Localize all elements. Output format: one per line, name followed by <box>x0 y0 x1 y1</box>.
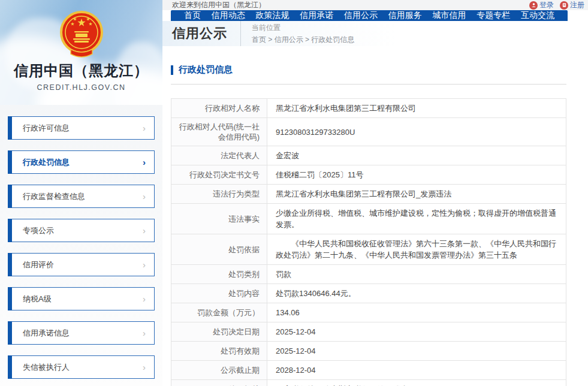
row-value: 国家税务总局佳木斯市税务局第二稽查局 <box>267 380 566 386</box>
right-column: 欢迎来到信用中国（黑龙江） 登录 注册 首页信用动态政策法规信用承诺信用公示信用… <box>162 0 588 386</box>
left-column: 信用中国（黑龙江） CREDIT.HLJ.GOV.CN 行政许可信息›行政处罚信… <box>0 0 162 386</box>
chevron-right-icon: › <box>143 191 146 201</box>
chevron-right-icon: › <box>143 260 146 270</box>
sidebar-item-label: 信用承诺信息 <box>23 328 143 339</box>
row-label: 法定代表人 <box>171 146 267 165</box>
row-value: 佳税稽二罚〔2025〕11号 <box>267 165 566 184</box>
register-label: 注册 <box>570 0 584 10</box>
register-link[interactable]: 注册 <box>560 0 584 10</box>
nav-item-2[interactable]: 信用动态 <box>212 10 245 21</box>
nav-item-1[interactable]: 首页 <box>184 10 201 21</box>
section-header: 行政处罚信息 <box>171 64 588 76</box>
penalty-info-table: 行政相对人名称黑龙江省水利水电集团第三工程有限公司行政相对人代码(统一社会信用代… <box>171 98 566 386</box>
breadcrumb-current-label: 当前位置 <box>252 23 281 32</box>
topbar: 欢迎来到信用中国（黑龙江） 登录 注册 <box>162 0 588 10</box>
nav-item-3[interactable]: 政策法规 <box>256 10 290 21</box>
row-label: 处罚决定日期 <box>171 322 267 341</box>
welcome-text: 欢迎来到信用中国（黑龙江） <box>172 0 529 10</box>
sidebar-item-1[interactable]: 行政许可信息› <box>8 116 155 140</box>
page: 信用中国（黑龙江） CREDIT.HLJ.GOV.CN 行政许可信息›行政处罚信… <box>0 0 588 386</box>
brand-header: 信用中国（黑龙江） CREDIT.HLJ.GOV.CN <box>0 0 162 105</box>
row-value: 黑龙江省水利水电集团第三工程有限公司_发票违法 <box>267 185 566 203</box>
row-value: 2025-12-04 <box>267 322 566 341</box>
sidebar-item-accent-bar <box>8 185 12 208</box>
sidebar-item-accent-bar <box>8 150 12 174</box>
login-label: 登录 <box>539 0 554 10</box>
table-row: 公示截止期2028-12-04 <box>171 361 566 380</box>
table-row: 处罚决定日期2025-12-04 <box>171 322 566 342</box>
sidebar-item-2[interactable]: 行政处罚信息› <box>8 150 155 174</box>
nav-item-5[interactable]: 信用公示 <box>344 10 378 21</box>
row-value: 《中华人民共和国税收征收管理法》第六十三条第一款、《中华人民共和国行政处罚法》第… <box>267 234 566 264</box>
table-row: 行政处罚决定书文号佳税稽二罚〔2025〕11号 <box>171 165 566 185</box>
table-row: 处罚机关国家税务总局佳木斯市税务局第二稽查局 <box>171 380 566 386</box>
channel-title: 信用公示 <box>172 25 227 43</box>
chevron-right-icon: › <box>143 328 146 338</box>
table-row: 罚款金额（万元）134.06 <box>171 303 566 322</box>
china-national-emblem-icon <box>59 10 104 62</box>
sidebar-item-3[interactable]: 行政监督检查信息› <box>8 185 155 208</box>
table-row: 违法行为类型黑龙江省水利水电集团第三工程有限公司_发票违法 <box>171 185 566 204</box>
row-label: 违法事实 <box>171 204 267 234</box>
sidebar-menu: 行政许可信息›行政处罚信息›行政监督检查信息›专项公示›信用评价›纳税A级›信用… <box>0 105 162 386</box>
sidebar-item-label: 行政监督检查信息 <box>23 191 143 202</box>
row-value: 134.06 <box>267 303 566 322</box>
login-link[interactable]: 登录 <box>529 0 554 10</box>
sidebar-item-accent-bar <box>8 287 12 310</box>
row-value: 处罚款1340646.44元。 <box>267 284 566 303</box>
row-label: 行政相对人代码(统一社会信用代码) <box>171 118 267 146</box>
row-label: 行政处罚决定书文号 <box>171 165 267 184</box>
sidebar-item-5[interactable]: 信用评价› <box>8 253 155 276</box>
row-value: 罚款 <box>267 265 566 284</box>
nav-item-7[interactable]: 城市信用 <box>433 10 466 21</box>
table-row: 行政相对人代码(统一社会信用代码)91230803129733280U <box>171 118 566 146</box>
site-title: 信用中国（黑龙江） <box>0 61 162 80</box>
sidebar-item-label: 专项公示 <box>23 225 143 236</box>
nav-item-6[interactable]: 信用服务 <box>388 10 422 21</box>
chevron-right-icon: › <box>143 294 146 304</box>
row-value: 黑龙江省水利水电集团第三工程有限公司 <box>267 99 566 117</box>
row-label: 行政相对人名称 <box>171 99 267 117</box>
row-label: 违法行为类型 <box>171 185 267 203</box>
breadcrumb-path[interactable]: 首页 > 信用公示 > 行政处罚信息 <box>252 35 354 44</box>
section-accent-bar <box>171 65 173 75</box>
table-row: 法定代表人金宏波 <box>171 146 566 165</box>
row-label: 处罚依据 <box>171 234 267 264</box>
sidebar-item-4[interactable]: 专项公示› <box>8 219 155 242</box>
vertical-divider <box>240 21 241 46</box>
sidebar-item-8[interactable]: 失信被执行人› <box>8 355 155 379</box>
table-row: 处罚内容处罚款1340646.44元。 <box>171 284 566 303</box>
sidebar-item-accent-bar <box>8 355 12 379</box>
nav-item-8[interactable]: 专题专栏 <box>477 10 510 21</box>
sidebar-item-6[interactable]: 纳税A级› <box>8 287 155 310</box>
site-domain: CREDIT.HLJ.GOV.CN <box>0 83 162 92</box>
section-divider <box>171 84 566 85</box>
sidebar-item-label: 纳税A级 <box>23 294 143 304</box>
table-row: 行政相对人名称黑龙江省水利水电集团第三工程有限公司 <box>171 99 566 118</box>
table-row: 处罚有效期2025-12-04 <box>171 342 566 361</box>
breadcrumb: 当前位置 首页 > 信用公示 > 行政处罚信息 <box>252 22 354 46</box>
chevron-right-icon: › <box>143 157 146 167</box>
row-value: 少缴企业所得税、增值税、城市维护建设税，定性为偷税；取得虚开的增值税普通发票。 <box>267 204 566 234</box>
sidebar-item-7[interactable]: 信用承诺信息› <box>8 321 155 345</box>
chevron-right-icon: › <box>143 123 146 133</box>
row-label: 处罚内容 <box>171 284 267 303</box>
row-label: 公示截止期 <box>171 361 267 379</box>
nav-item-9[interactable]: 互动交流 <box>521 10 554 21</box>
register-icon <box>560 1 568 10</box>
chevron-right-icon: › <box>143 225 146 236</box>
row-label: 处罚有效期 <box>171 342 267 360</box>
table-row: 处罚类别罚款 <box>171 265 566 284</box>
main-navigation: 首页信用动态政策法规信用承诺信用公示信用服务城市信用专题专栏互动交流 <box>171 10 568 21</box>
sidebar-item-label: 信用评价 <box>23 260 143 270</box>
row-label: 罚款金额（万元） <box>171 303 267 322</box>
row-label: 处罚类别 <box>171 265 267 284</box>
sidebar-item-label: 行政处罚信息 <box>23 157 143 168</box>
sidebar-item-accent-bar <box>8 116 12 140</box>
sidebar-item-accent-bar <box>8 219 12 242</box>
row-label: 处罚机关 <box>171 380 267 386</box>
sidebar-item-accent-bar <box>8 253 12 276</box>
nav-item-4[interactable]: 信用承诺 <box>300 10 333 21</box>
section-title: 行政处罚信息 <box>179 64 233 76</box>
table-row: 违法事实少缴企业所得税、增值税、城市维护建设税，定性为偷税；取得虚开的增值税普通… <box>171 204 566 234</box>
